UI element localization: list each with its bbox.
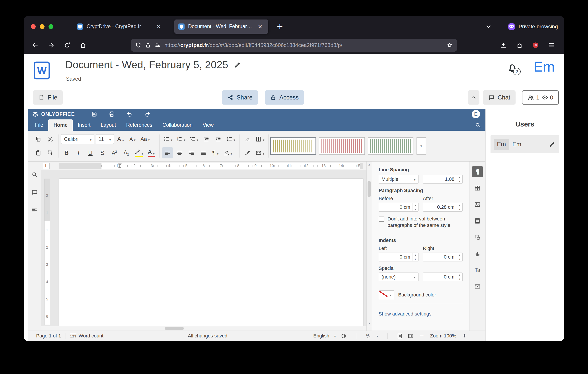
clear-style-button[interactable] bbox=[242, 134, 253, 145]
increase-indent-button[interactable] bbox=[213, 134, 223, 145]
italic-button[interactable]: I bbox=[73, 147, 84, 158]
editor-search-button[interactable] bbox=[475, 119, 481, 131]
font-color-button[interactable]: A bbox=[146, 147, 157, 158]
spin-down-icon[interactable] bbox=[457, 207, 462, 211]
multilevel-list-button[interactable] bbox=[188, 134, 200, 145]
access-button[interactable]: Access bbox=[265, 90, 304, 104]
spin-up-icon[interactable] bbox=[413, 253, 418, 257]
downloads-button[interactable] bbox=[498, 39, 510, 51]
redo-button[interactable] bbox=[142, 109, 152, 119]
tab-stop-selector[interactable]: L bbox=[43, 163, 50, 169]
app-menu-button[interactable] bbox=[546, 39, 557, 51]
horizontal-scrollbar[interactable] bbox=[41, 326, 367, 331]
nonprinting-characters-button[interactable]: ¶ bbox=[210, 147, 221, 158]
align-left-button[interactable] bbox=[162, 147, 173, 158]
highlight-color-button[interactable] bbox=[133, 147, 145, 158]
subscript-button[interactable]: A2 bbox=[121, 147, 132, 158]
forward-button[interactable] bbox=[45, 39, 57, 51]
window-close-button[interactable] bbox=[31, 24, 36, 29]
paragraph-shading-button[interactable] bbox=[222, 147, 234, 158]
menu-tab-view[interactable]: View bbox=[198, 119, 219, 131]
increase-font-button[interactable]: A bbox=[115, 134, 126, 145]
copy-button[interactable] bbox=[33, 134, 44, 145]
left-indent-marker[interactable] bbox=[118, 166, 122, 168]
strikethrough-button[interactable]: S bbox=[97, 147, 108, 158]
word-count-button[interactable]: Word count bbox=[79, 333, 104, 339]
bold-button[interactable]: B bbox=[61, 147, 72, 158]
align-right-button[interactable] bbox=[186, 147, 197, 158]
notifications-bell-button[interactable]: 2 bbox=[506, 62, 519, 74]
special-indent-spinner[interactable]: 0 cm bbox=[423, 272, 462, 281]
first-line-indent-marker[interactable] bbox=[118, 164, 122, 166]
header-footer-settings-tab[interactable] bbox=[472, 216, 483, 226]
permissions-sliders-icon[interactable] bbox=[155, 42, 161, 48]
indent-left-spinner[interactable]: 0 cm bbox=[379, 253, 419, 261]
justify-button[interactable] bbox=[198, 147, 209, 158]
file-menu-button[interactable]: File bbox=[33, 90, 63, 104]
menu-tab-collaboration[interactable]: Collaboration bbox=[157, 119, 198, 131]
vertical-scroll-thumb[interactable] bbox=[368, 181, 371, 197]
comments-button[interactable] bbox=[31, 189, 38, 197]
edit-name-pencil-icon[interactable] bbox=[549, 141, 556, 147]
fit-width-icon[interactable] bbox=[408, 333, 414, 339]
vertical-scrollbar[interactable] bbox=[367, 162, 372, 326]
font-name-combo[interactable]: Calibri bbox=[61, 134, 94, 144]
paragraph-settings-tab[interactable]: ¶ bbox=[472, 166, 483, 177]
collaborator-avatar[interactable]: E bbox=[472, 110, 480, 118]
tab-close-icon[interactable] bbox=[256, 22, 264, 31]
print-button[interactable] bbox=[107, 109, 117, 119]
change-case-button[interactable]: Aa bbox=[139, 134, 151, 145]
tracking-protection-shield-icon[interactable] bbox=[135, 42, 141, 48]
list-all-tabs-button[interactable] bbox=[483, 21, 494, 32]
style-preview-3[interactable] bbox=[368, 137, 413, 155]
paste-button[interactable] bbox=[33, 147, 44, 158]
borders-button[interactable] bbox=[254, 134, 266, 145]
textart-settings-tab[interactable]: Ta bbox=[472, 265, 483, 275]
tab-close-icon[interactable] bbox=[154, 22, 163, 31]
menu-tab-file[interactable]: File bbox=[30, 119, 48, 131]
language-select[interactable]: English bbox=[313, 333, 329, 339]
bullet-list-button[interactable] bbox=[162, 134, 174, 145]
undo-button[interactable] bbox=[125, 109, 135, 119]
ublock-button[interactable]: uO bbox=[529, 39, 541, 51]
spacing-before-spinner[interactable]: 0 cm bbox=[379, 203, 419, 212]
indent-markers[interactable] bbox=[118, 164, 122, 169]
home-button[interactable] bbox=[77, 39, 89, 51]
cut-button[interactable] bbox=[45, 134, 56, 145]
spin-down-icon[interactable] bbox=[413, 207, 418, 211]
table-settings-tab[interactable] bbox=[472, 183, 483, 193]
spin-down-icon[interactable] bbox=[457, 277, 462, 281]
padlock-icon[interactable] bbox=[145, 42, 151, 48]
menu-tab-references[interactable]: References bbox=[121, 119, 158, 131]
find-button[interactable] bbox=[31, 171, 38, 179]
style-preview-1[interactable] bbox=[270, 137, 316, 155]
line-spacing-select[interactable]: Multiple bbox=[379, 175, 419, 184]
decrease-indent-button[interactable] bbox=[201, 134, 211, 145]
align-center-button[interactable] bbox=[174, 147, 185, 158]
chart-settings-tab[interactable] bbox=[472, 248, 483, 259]
line-spacing-button[interactable] bbox=[225, 134, 237, 145]
select-all-button[interactable] bbox=[45, 147, 56, 158]
back-button[interactable] bbox=[29, 39, 41, 51]
new-tab-button[interactable] bbox=[274, 21, 286, 32]
style-preview-2[interactable] bbox=[319, 137, 365, 155]
spacing-after-spinner[interactable]: 0.28 cm bbox=[423, 203, 463, 212]
indent-right-spinner[interactable]: 0 cm bbox=[423, 253, 463, 261]
collapse-toolbar-button[interactable] bbox=[468, 90, 479, 104]
browser-tab-document[interactable]: Document - Wed, February 5, 2025 bbox=[174, 20, 268, 34]
navigation-button[interactable] bbox=[31, 207, 38, 214]
mail-merge-settings-tab[interactable] bbox=[472, 281, 483, 292]
spin-down-icon[interactable] bbox=[413, 257, 418, 261]
document-page[interactable] bbox=[59, 179, 363, 326]
vertical-ruler[interactable]: 21 123456 bbox=[44, 171, 50, 326]
edit-title-pencil-icon[interactable] bbox=[234, 61, 242, 68]
scroll-down-arrow[interactable] bbox=[367, 320, 372, 326]
shape-settings-tab[interactable] bbox=[472, 232, 483, 243]
fit-page-icon[interactable] bbox=[397, 333, 403, 339]
background-color-picker[interactable] bbox=[379, 291, 394, 299]
window-minimize-button[interactable] bbox=[40, 24, 44, 29]
reload-button[interactable] bbox=[61, 39, 73, 51]
zoom-in-button[interactable]: + bbox=[461, 332, 468, 340]
chat-button[interactable]: Chat bbox=[483, 90, 515, 104]
menu-tab-layout[interactable]: Layout bbox=[96, 119, 121, 131]
